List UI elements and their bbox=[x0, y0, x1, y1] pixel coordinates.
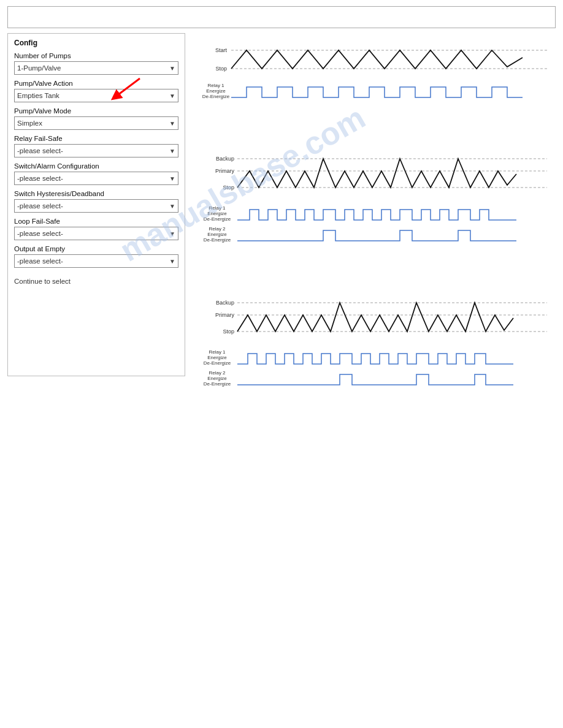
dropdown-arrow-2: ▼ bbox=[169, 120, 175, 127]
dropdown-arrow-3: ▼ bbox=[169, 148, 175, 154]
svg-text:Stop: Stop bbox=[223, 328, 234, 335]
svg-text:Backup: Backup bbox=[216, 300, 234, 306]
dropdown-arrow-1: ▼ bbox=[169, 93, 175, 99]
label-switch-hysteresis: Switch Hysteresis/Deadband bbox=[14, 190, 178, 197]
diagram-1: Start Stop Relay 1 Energize De-Energize bbox=[197, 33, 556, 113]
select-switch-alarm-config[interactable]: -please select- ▼ bbox=[14, 172, 178, 185]
svg-text:Stop: Stop bbox=[223, 184, 234, 191]
svg-text:Energize: Energize bbox=[207, 211, 227, 216]
select-output-at-empty[interactable]: -please select- ▼ bbox=[14, 254, 178, 268]
label-pump-valve-mode: Pump/Valve Mode bbox=[14, 107, 178, 115]
select-switch-hysteresis[interactable]: -please select- ▼ bbox=[14, 199, 178, 213]
svg-text:Energize: Energize bbox=[206, 88, 226, 94]
diagram-2: Backup Primary Stop Relay 1 Energize De-… bbox=[197, 143, 556, 245]
diagram-3-svg: Backup Primary Stop Relay 1 Energize De-… bbox=[197, 287, 553, 389]
svg-text:De-Energize: De-Energize bbox=[204, 237, 231, 243]
svg-text:De-Energize: De-Energize bbox=[204, 360, 231, 366]
select-number-of-pumps[interactable]: 1-Pump/Valve ▼ bbox=[14, 61, 178, 75]
dropdown-arrow-0: ▼ bbox=[169, 65, 175, 72]
label-loop-fail-safe: Loop Fail-Safe bbox=[14, 218, 178, 225]
label-number-of-pumps: Number of Pumps bbox=[14, 52, 178, 59]
svg-text:Energize: Energize bbox=[207, 376, 227, 381]
svg-text:De-Energize: De-Energize bbox=[202, 94, 230, 99]
dropdown-arrow-5: ▼ bbox=[169, 203, 175, 210]
svg-text:Stop: Stop bbox=[215, 66, 227, 72]
select-loop-fail-safe[interactable]: -please select- ▼ bbox=[14, 227, 178, 240]
svg-text:Start: Start bbox=[215, 47, 228, 53]
select-relay-fail-safe[interactable]: -please select- ▼ bbox=[14, 144, 178, 157]
label-output-at-empty: Output at Empty bbox=[14, 245, 178, 252]
left-panel: Config Number of Pumps 1-Pump/Valve ▼ Pu… bbox=[7, 33, 185, 376]
diagram-1-svg: Start Stop Relay 1 Energize De-Energize bbox=[197, 33, 553, 113]
svg-text:De-Energize: De-Energize bbox=[204, 381, 231, 387]
svg-text:Backup: Backup bbox=[216, 156, 234, 162]
svg-text:Energize: Energize bbox=[207, 232, 227, 237]
dropdown-arrow-7: ▼ bbox=[169, 258, 175, 265]
label-relay-fail-safe: Relay Fail-Safe bbox=[14, 135, 178, 142]
svg-text:Relay 1: Relay 1 bbox=[207, 83, 224, 88]
diagram-2-svg: Backup Primary Stop Relay 1 Energize De-… bbox=[197, 143, 553, 245]
top-bar bbox=[7, 6, 556, 28]
svg-text:Primary: Primary bbox=[215, 168, 234, 174]
svg-text:Relay 1: Relay 1 bbox=[209, 349, 226, 355]
continue-label: Continue to select bbox=[14, 278, 178, 285]
svg-text:Relay 2: Relay 2 bbox=[209, 226, 226, 232]
dropdown-arrow-6: ▼ bbox=[169, 230, 175, 237]
svg-text:Relay 2: Relay 2 bbox=[209, 370, 226, 376]
dropdown-arrow-4: ▼ bbox=[169, 175, 175, 182]
label-switch-alarm-config: Switch/Alarm Configuration bbox=[14, 162, 178, 170]
svg-text:Primary: Primary bbox=[215, 312, 234, 318]
svg-text:Energize: Energize bbox=[207, 355, 227, 360]
select-pump-valve-action[interactable]: Empties Tank ▼ bbox=[14, 89, 178, 102]
select-pump-valve-mode[interactable]: Simplex ▼ bbox=[14, 116, 178, 130]
svg-text:Relay 1: Relay 1 bbox=[209, 205, 226, 211]
diagram-3: Backup Primary Stop Relay 1 Energize De-… bbox=[197, 287, 556, 389]
panel-title: Config bbox=[14, 39, 178, 47]
label-pump-valve-action: Pump/Valve Action bbox=[14, 80, 178, 87]
right-area: Start Stop Relay 1 Energize De-Energize bbox=[185, 33, 556, 407]
svg-text:De-Energize: De-Energize bbox=[204, 216, 231, 222]
